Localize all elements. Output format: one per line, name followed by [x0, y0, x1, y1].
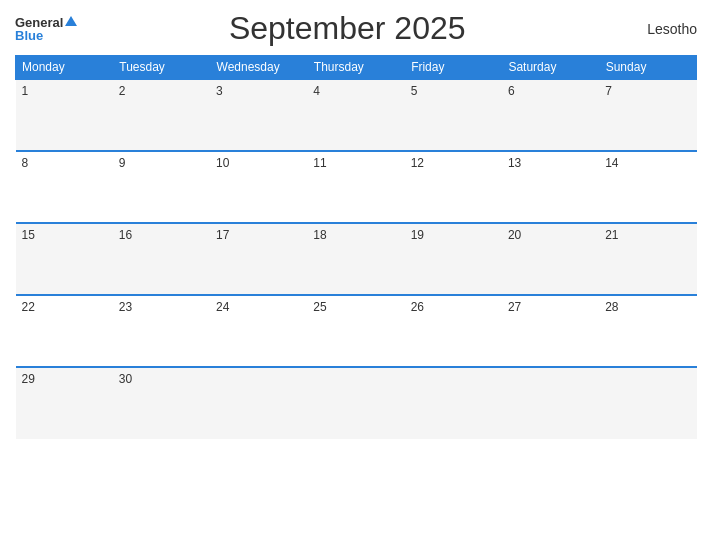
calendar-day-cell: 6	[502, 79, 599, 151]
country-label: Lesotho	[617, 21, 697, 37]
calendar-day-cell	[307, 367, 404, 439]
calendar-week-row: 1234567	[16, 79, 697, 151]
calendar-day-cell: 7	[599, 79, 696, 151]
day-number: 13	[508, 156, 521, 170]
calendar-week-row: 2930	[16, 367, 697, 439]
day-number: 25	[313, 300, 326, 314]
calendar-day-cell: 29	[16, 367, 113, 439]
day-number: 7	[605, 84, 612, 98]
day-number: 29	[22, 372, 35, 386]
day-number: 2	[119, 84, 126, 98]
col-tuesday: Tuesday	[113, 56, 210, 80]
day-number: 26	[411, 300, 424, 314]
day-number: 8	[22, 156, 29, 170]
calendar-day-cell: 14	[599, 151, 696, 223]
col-saturday: Saturday	[502, 56, 599, 80]
calendar-day-cell: 27	[502, 295, 599, 367]
calendar-day-cell: 17	[210, 223, 307, 295]
day-number: 12	[411, 156, 424, 170]
logo: General Blue	[15, 16, 77, 42]
day-number: 3	[216, 84, 223, 98]
day-number: 11	[313, 156, 326, 170]
calendar-day-cell	[405, 367, 502, 439]
logo-triangle-icon	[65, 16, 77, 26]
calendar-day-cell	[599, 367, 696, 439]
calendar-day-cell: 9	[113, 151, 210, 223]
col-sunday: Sunday	[599, 56, 696, 80]
day-number: 30	[119, 372, 132, 386]
col-wednesday: Wednesday	[210, 56, 307, 80]
day-number: 23	[119, 300, 132, 314]
day-number: 24	[216, 300, 229, 314]
col-friday: Friday	[405, 56, 502, 80]
calendar-day-cell: 4	[307, 79, 404, 151]
calendar-header-row: Monday Tuesday Wednesday Thursday Friday…	[16, 56, 697, 80]
day-number: 16	[119, 228, 132, 242]
day-number: 17	[216, 228, 229, 242]
day-number: 4	[313, 84, 320, 98]
calendar-day-cell: 20	[502, 223, 599, 295]
calendar-day-cell: 15	[16, 223, 113, 295]
calendar-day-cell: 13	[502, 151, 599, 223]
day-number: 15	[22, 228, 35, 242]
calendar-day-cell: 26	[405, 295, 502, 367]
calendar-day-cell: 22	[16, 295, 113, 367]
calendar-day-cell: 28	[599, 295, 696, 367]
day-number: 21	[605, 228, 618, 242]
calendar-page: General Blue September 2025 Lesotho Mond…	[0, 0, 712, 550]
day-number: 18	[313, 228, 326, 242]
day-number: 10	[216, 156, 229, 170]
calendar-day-cell: 21	[599, 223, 696, 295]
calendar-day-cell: 19	[405, 223, 502, 295]
day-number: 28	[605, 300, 618, 314]
day-number: 27	[508, 300, 521, 314]
calendar-day-cell: 2	[113, 79, 210, 151]
logo-general-text: General	[15, 16, 63, 29]
day-number: 20	[508, 228, 521, 242]
calendar-day-cell: 25	[307, 295, 404, 367]
calendar-title: September 2025	[77, 10, 617, 47]
calendar-table: Monday Tuesday Wednesday Thursday Friday…	[15, 55, 697, 439]
calendar-week-row: 22232425262728	[16, 295, 697, 367]
day-number: 19	[411, 228, 424, 242]
calendar-day-cell	[210, 367, 307, 439]
calendar-day-cell: 23	[113, 295, 210, 367]
calendar-day-cell	[502, 367, 599, 439]
calendar-week-row: 15161718192021	[16, 223, 697, 295]
col-thursday: Thursday	[307, 56, 404, 80]
col-monday: Monday	[16, 56, 113, 80]
calendar-day-cell: 11	[307, 151, 404, 223]
calendar-day-cell: 8	[16, 151, 113, 223]
day-number: 5	[411, 84, 418, 98]
calendar-week-row: 891011121314	[16, 151, 697, 223]
header: General Blue September 2025 Lesotho	[15, 10, 697, 47]
calendar-day-cell: 10	[210, 151, 307, 223]
calendar-day-cell: 12	[405, 151, 502, 223]
calendar-day-cell: 16	[113, 223, 210, 295]
calendar-day-cell: 24	[210, 295, 307, 367]
day-number: 6	[508, 84, 515, 98]
calendar-day-cell: 30	[113, 367, 210, 439]
logo-blue-text: Blue	[15, 29, 43, 42]
day-number: 9	[119, 156, 126, 170]
calendar-day-cell: 3	[210, 79, 307, 151]
calendar-day-cell: 18	[307, 223, 404, 295]
calendar-day-cell: 5	[405, 79, 502, 151]
day-number: 14	[605, 156, 618, 170]
day-number: 22	[22, 300, 35, 314]
calendar-day-cell: 1	[16, 79, 113, 151]
day-number: 1	[22, 84, 29, 98]
